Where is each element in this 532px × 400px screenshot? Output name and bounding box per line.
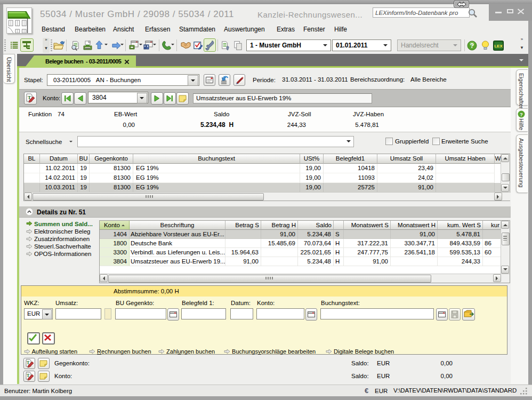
svg-text:LEX: LEX (494, 44, 503, 49)
svg-text:?: ? (520, 112, 523, 117)
svg-text:?: ? (470, 42, 474, 50)
